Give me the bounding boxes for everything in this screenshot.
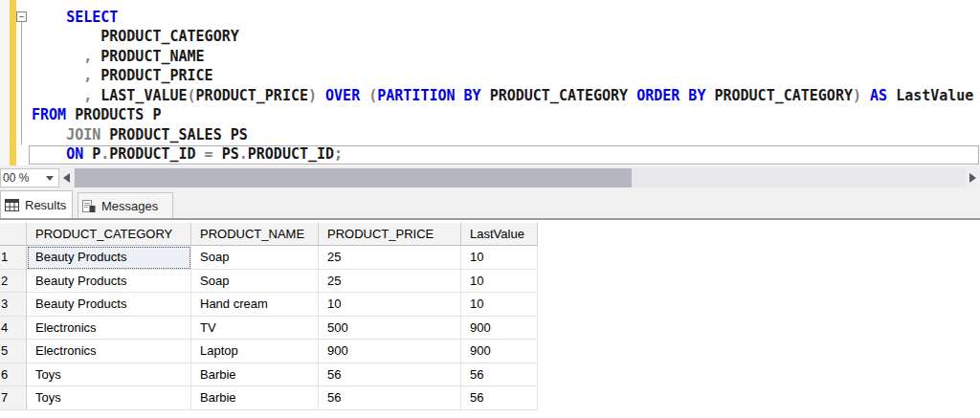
sql-operator: ) [853, 87, 861, 104]
sql-identifier [83, 145, 92, 163]
code-line: ON P.PRODUCT_ID = PS.PRODUCT_ID; [32, 144, 973, 165]
row-number[interactable]: 6 [0, 363, 27, 387]
grid-cell[interactable]: TV [191, 317, 319, 341]
grid-cell[interactable]: 10 [319, 293, 461, 317]
sql-keyword: ON [66, 145, 83, 163]
column-header-product_name[interactable]: PRODUCT_NAME [191, 223, 319, 246]
grid-cell[interactable]: Barbie [191, 386, 319, 410]
grid-cell[interactable]: 25 [319, 246, 461, 270]
grid-cell[interactable]: Soap [191, 270, 319, 294]
grid-cell[interactable]: 56 [461, 386, 538, 410]
sql-operator: . [100, 145, 109, 163]
grid-cell[interactable]: 10 [461, 246, 538, 270]
grid-cell[interactable]: 900 [461, 340, 538, 363]
chevron-down-icon [46, 176, 54, 181]
sql-identifier [628, 87, 636, 104]
tab-results[interactable]: Results [0, 190, 73, 218]
sql-identifier: PRODUCT_CATEGORY [714, 87, 853, 104]
editor-hscrollbar-row: 00 % [0, 165, 980, 188]
grid-cell[interactable]: 25 [319, 270, 461, 294]
grid-cell[interactable]: 10 [461, 293, 538, 317]
scroll-right-button[interactable] [966, 168, 979, 187]
editor-zoom-value: 00 % [3, 171, 29, 185]
grid-cell[interactable]: Beauty Products [27, 270, 191, 294]
hscrollbar-track[interactable] [74, 168, 966, 187]
code-line: PRODUCT_CATEGORY [32, 27, 973, 47]
sql-identifier [861, 87, 870, 104]
sql-identifier [66, 106, 75, 123]
grid-cell[interactable]: 56 [319, 363, 461, 387]
tab-messages[interactable]: Messages [78, 192, 173, 218]
scroll-left-button[interactable] [60, 168, 74, 187]
sql-identifier: PRODUCT_PRICE [100, 67, 212, 84]
hscrollbar-thumb[interactable] [75, 168, 632, 187]
sql-identifier: PRODUCT_CATEGORY [490, 87, 629, 104]
sql-identifier: PRODUCT_CATEGORY [100, 28, 239, 45]
code-line: , PRODUCT_PRICE [32, 66, 973, 86]
grid-cell[interactable]: Laptop [191, 340, 319, 363]
sql-identifier: PRODUCTS P [75, 106, 161, 123]
column-header-product_category[interactable]: PRODUCT_CATEGORY [27, 223, 191, 246]
grid-cell[interactable]: 56 [319, 386, 461, 410]
grid-cell[interactable]: Electronics [27, 317, 191, 341]
code-line: , LAST_VALUE(PRODUCT_PRICE) OVER (PARTIT… [32, 86, 973, 106]
grid-cell[interactable]: 500 [319, 317, 461, 341]
sql-operator: ( [368, 87, 377, 104]
grid-cell[interactable]: Beauty Products [27, 293, 191, 317]
grid-cell[interactable]: 10 [461, 270, 538, 294]
sql-editor-pane[interactable]: − SELECT PRODUCT_CATEGORY , PRODUCT_NAME… [0, 0, 980, 165]
left-arrow-icon [63, 173, 70, 183]
sql-identifier: PRODUCT_ID [109, 145, 195, 163]
row-number[interactable]: 3 [0, 293, 27, 317]
grid-cell[interactable]: Beauty Products [27, 246, 191, 270]
sql-identifier: PRODUCT_ID [248, 145, 334, 163]
grid-cell[interactable]: 900 [461, 317, 538, 341]
sql-identifier [100, 126, 109, 143]
grid-cell[interactable]: Soap [191, 246, 319, 270]
editor-zoom-select[interactable]: 00 % [0, 168, 59, 187]
row-number[interactable]: 2 [0, 270, 27, 294]
sql-identifier [317, 87, 325, 104]
column-header-product_price[interactable]: PRODUCT_PRICE [319, 223, 461, 246]
sql-keyword: PARTITION BY [377, 87, 480, 104]
row-number[interactable]: 5 [0, 340, 27, 363]
sql-identifier: P [92, 145, 100, 163]
code-line: , PRODUCT_NAME [32, 47, 973, 67]
sql-identifier [32, 48, 83, 65]
sql-identifier: PRODUCT_SALES PS [109, 126, 248, 143]
sql-code[interactable]: SELECT PRODUCT_CATEGORY , PRODUCT_NAME ,… [32, 8, 973, 165]
code-line: JOIN PRODUCT_SALES PS [32, 125, 973, 145]
sql-identifier [32, 126, 66, 143]
grid-cell[interactable]: Toys [27, 363, 191, 387]
row-number[interactable]: 1 [0, 246, 27, 270]
right-arrow-icon [969, 173, 976, 183]
row-number[interactable]: 7 [0, 386, 27, 410]
editor-gutter [0, 0, 10, 165]
column-header-lastvalue[interactable]: LastValue [461, 223, 538, 246]
sql-identifier: PRODUCT_NAME [100, 48, 204, 65]
sql-operator: ( [188, 87, 196, 104]
sql-keyword: AS [870, 87, 887, 104]
grid-cell[interactable]: Barbie [191, 363, 319, 387]
grid-cell[interactable]: 56 [461, 363, 538, 387]
results-grid[interactable]: PRODUCT_CATEGORYPRODUCT_NAMEPRODUCT_PRIC… [0, 218, 980, 418]
code-line: SELECT [32, 8, 973, 28]
code-fold-collapse-icon[interactable]: − [16, 11, 27, 22]
sql-identifier: PS [222, 145, 239, 163]
sql-identifier [32, 67, 83, 84]
grid-cell[interactable]: Toys [27, 386, 191, 410]
sql-identifier [32, 145, 66, 163]
grid-cell[interactable]: 900 [319, 340, 461, 363]
code-line: FROM PRODUCTS P [32, 105, 973, 125]
row-number[interactable]: 4 [0, 317, 27, 341]
sql-identifier: LAST_VALUE [100, 87, 187, 104]
results-tabbar: Results Messages [0, 188, 980, 218]
sql-operator: , [83, 87, 100, 104]
grid-corner-header[interactable] [0, 223, 27, 246]
tab-messages-label: Messages [101, 199, 158, 213]
modified-lines-indicator [10, 0, 16, 165]
messages-icon [82, 199, 96, 212]
grid-cell[interactable]: Electronics [27, 340, 191, 363]
grid-cell[interactable]: Hand cream [191, 293, 319, 317]
sql-identifier: LastValue [896, 87, 973, 104]
